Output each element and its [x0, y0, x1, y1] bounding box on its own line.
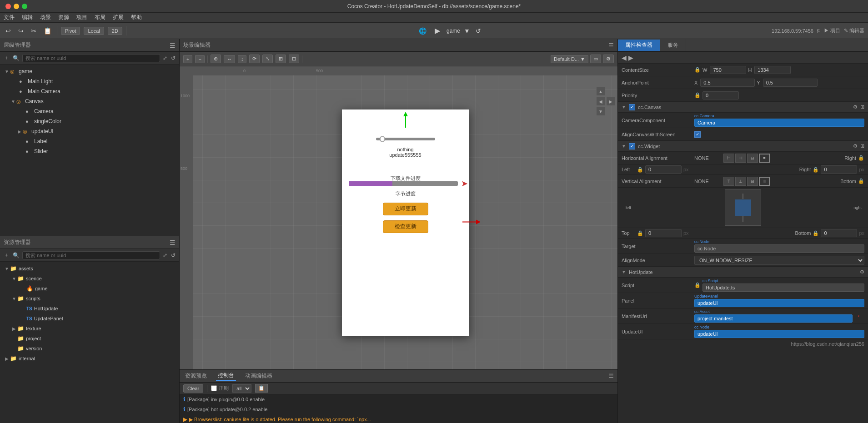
priority-input[interactable]	[702, 91, 739, 100]
copy-icon[interactable]: ⎘	[817, 28, 820, 34]
asset-item-assets[interactable]: ▼ 📁 assets	[0, 264, 179, 274]
hot-update-section[interactable]: ▼ HotUpdate ⚙	[618, 267, 868, 278]
cc-canvas-section[interactable]: ▼ ✓ cc.Canvas ⚙ ⊞	[618, 102, 868, 113]
pivot-button[interactable]: Pivot	[61, 27, 80, 35]
nav-up-btn[interactable]: ▲	[596, 87, 605, 96]
tree-item-slider[interactable]: ● Slider	[0, 146, 179, 156]
manifest-ref-input[interactable]	[694, 314, 853, 323]
regex-checkbox[interactable]	[211, 385, 217, 391]
canvas-checkbox[interactable]: ✓	[629, 104, 635, 110]
maximize-button[interactable]	[22, 4, 27, 9]
zoom-in-btn[interactable]: +	[183, 55, 192, 63]
bottom-input[interactable]	[821, 229, 857, 237]
widget-copy[interactable]: ⊞	[860, 143, 864, 149]
transform-btn3[interactable]: ↕	[238, 55, 247, 63]
menu-scene[interactable]: 场景	[40, 14, 51, 21]
expand-button[interactable]: ⤢	[162, 54, 168, 62]
tree-item-singlecolor[interactable]: ● singleColor	[0, 116, 179, 126]
right-input[interactable]	[821, 165, 857, 174]
asset-menu-icon[interactable]: ☰	[170, 239, 176, 246]
dropdown-arrow[interactable]: ▼	[462, 26, 472, 35]
v-align-btn-4[interactable]: ⏸	[759, 177, 770, 186]
nav-left-btn[interactable]: ◀	[596, 97, 605, 106]
asset-item-updatepanel[interactable]: TS UpdatePanel	[0, 314, 179, 323]
menu-extension[interactable]: 扩展	[113, 14, 124, 21]
menu-asset[interactable]: 资源	[58, 14, 69, 21]
hierarchy-search-input[interactable]	[22, 54, 160, 62]
anchor-x-input[interactable]	[700, 79, 755, 87]
asset-item-internal[interactable]: ▶ 📁 internal	[0, 353, 179, 363]
paste-button[interactable]: 📋	[42, 26, 53, 35]
zoom-out-btn[interactable]: −	[195, 55, 204, 63]
minimize-button[interactable]	[14, 4, 19, 9]
h-align-btn-1[interactable]: ⊢	[723, 154, 734, 163]
asset-item-project[interactable]: 📁 project	[0, 333, 179, 343]
transform-btn1[interactable]: ⊕	[211, 55, 221, 63]
menu-help[interactable]: 帮助	[131, 14, 142, 21]
tab-console[interactable]: 控制台	[216, 371, 236, 381]
tree-item-camera[interactable]: ● Camera	[0, 106, 179, 116]
tree-item-game[interactable]: ▼ ◎ game	[0, 66, 179, 76]
asset-item-scence[interactable]: ▼ 📁 scence	[0, 274, 179, 284]
forward-button[interactable]: ▶	[628, 54, 633, 61]
canvas-copy[interactable]: ⊞	[860, 104, 864, 110]
asset-item-hotupdate[interactable]: TS HotUpdate	[0, 304, 179, 314]
asset-item-scripts[interactable]: ▼ 📁 scripts	[0, 294, 179, 304]
refresh-hierarchy-button[interactable]: ↺	[170, 54, 176, 62]
updateui-ref-input[interactable]	[694, 330, 864, 338]
back-button[interactable]: ◀	[622, 54, 627, 61]
h-align-btn-4[interactable]: ≡	[759, 154, 770, 163]
camera-ref-input[interactable]	[694, 119, 864, 127]
asset-search-input[interactable]	[22, 251, 160, 259]
cut-button[interactable]: ✂	[29, 26, 38, 35]
asset-item-version[interactable]: 📁 version	[0, 343, 179, 353]
hierarchy-menu-icon[interactable]: ☰	[170, 42, 176, 49]
copy-log-btn[interactable]: 📋	[255, 384, 268, 393]
hotupdate-settings-icon[interactable]: ⚙	[860, 269, 864, 275]
align-mode-select[interactable]: ON_WINDOW_RESIZE	[694, 256, 864, 265]
add-asset-button[interactable]: ＋	[3, 250, 10, 260]
h-align-btn-3[interactable]: ⊟	[747, 154, 758, 163]
panel-ref-input[interactable]	[694, 299, 864, 307]
tree-item-updateui[interactable]: ▶ ◎ updateUI	[0, 126, 179, 136]
default-display-btn[interactable]: Default D... ▼	[551, 55, 588, 63]
left-input[interactable]	[645, 165, 682, 174]
play-button[interactable]: ▶	[432, 25, 443, 36]
tree-item-canvas[interactable]: ▼ ◎ Canvas	[0, 96, 179, 106]
transform-btn2[interactable]: ↔	[224, 55, 235, 63]
transform-btn4[interactable]: ⟳	[249, 55, 260, 63]
tab-animation[interactable]: 动画编辑器	[243, 371, 274, 381]
align-canvas-checkbox[interactable]: ✓	[694, 131, 701, 138]
nav-down-btn[interactable]: ▼	[596, 107, 605, 116]
menu-file[interactable]: 文件	[4, 14, 15, 21]
add-node-button[interactable]: ＋	[3, 53, 10, 63]
project-label[interactable]: ▶ 项目	[824, 27, 840, 34]
scene-canvas-area[interactable]: 0 500 1000 500	[180, 66, 617, 369]
transform-btn6[interactable]: ⊞	[276, 55, 286, 63]
close-button[interactable]	[5, 4, 11, 9]
asset-item-game-scene[interactable]: 🔥 game	[0, 284, 179, 294]
menu-layout[interactable]: 布局	[95, 14, 105, 21]
refresh-asset-button[interactable]: ↺	[170, 251, 176, 259]
nav-right-btn[interactable]: ▶	[606, 97, 615, 106]
width-input[interactable]	[710, 66, 746, 74]
cc-widget-section[interactable]: ▼ ✓ cc.Widget ⚙ ⊞	[618, 141, 868, 152]
refresh-button[interactable]: ↺	[476, 27, 481, 35]
v-align-btn-1[interactable]: ⊤	[723, 177, 734, 186]
menu-project[interactable]: 项目	[76, 14, 87, 21]
aspect-btn[interactable]: ▭	[590, 55, 601, 63]
tab-asset-preview[interactable]: 资源预览	[183, 371, 209, 381]
log-filter-select[interactable]: all	[232, 384, 251, 393]
v-align-btn-2[interactable]: ⊥	[735, 177, 746, 186]
undo-button[interactable]: ↩	[4, 26, 13, 35]
top-input[interactable]	[645, 229, 682, 237]
scene-header-menu[interactable]: ☰	[609, 42, 614, 49]
anchor-y-input[interactable]	[763, 79, 818, 87]
globe-icon[interactable]: 🌐	[417, 26, 428, 35]
menu-edit[interactable]: 编辑	[22, 14, 33, 21]
widget-checkbox[interactable]: ✓	[629, 143, 635, 149]
search-asset-button[interactable]: 🔍	[12, 251, 20, 259]
tab-services[interactable]: 服务	[660, 40, 686, 51]
update-now-btn[interactable]: 立即更新	[383, 203, 428, 215]
redo-button[interactable]: ↪	[16, 26, 25, 35]
